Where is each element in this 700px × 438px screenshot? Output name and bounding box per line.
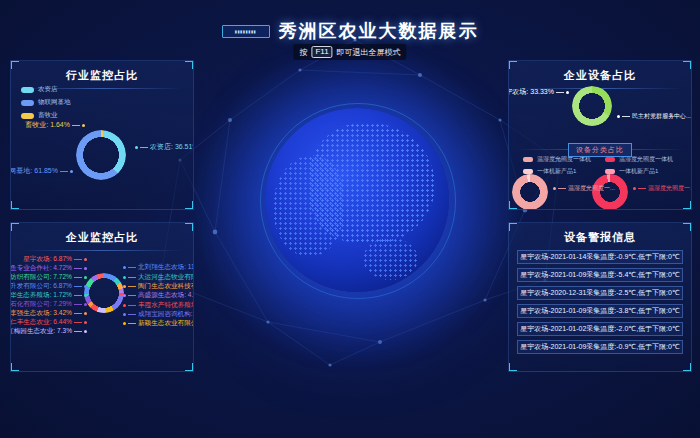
alarm-list-item: 星宇农场-2021-01-09采集温度:-5.4℃,低于下限:0℃	[517, 268, 683, 282]
corner-bracket	[683, 60, 692, 69]
leader-dot	[84, 267, 87, 270]
page-title: 秀洲区农业大数据展示	[279, 19, 479, 43]
leader-dot	[123, 304, 126, 307]
hint-suffix: 即可退出全屏模式	[337, 47, 401, 58]
leader-line	[128, 267, 136, 268]
leader-dot	[70, 170, 73, 173]
chart-callout: 温湿度光照度一...	[633, 184, 692, 192]
callout-text: 星宇农场: 33.33%	[508, 88, 554, 96]
corner-bracket	[683, 363, 692, 372]
leader-dot	[123, 294, 126, 297]
callout-text: 温湿度光照度一...	[648, 184, 692, 192]
legend-item[interactable]: 物联网基地	[21, 98, 71, 107]
legend-swatch	[21, 100, 34, 106]
corner-bracket	[508, 363, 517, 372]
chart-callout: 彩蝶南鱼专业合作社: 4.72%	[10, 264, 87, 272]
leader-dot	[123, 313, 126, 316]
chart-callout: 高盛源生态农场: 4.29%	[123, 291, 194, 299]
corner-bracket	[10, 222, 19, 231]
callout-text: 中石化有限公司: 7.29%	[10, 300, 72, 308]
device-class-donut-right[interactable]	[592, 174, 628, 210]
chart-callout: 星宇农场: 6.87%	[23, 255, 87, 263]
leader-line	[74, 259, 82, 260]
dashboard-root: ▮▮▮▮▮▮▮▮ 秀洲区农业大数据展示 按 F11 即可退出全屏模式 行业监控占…	[0, 0, 700, 438]
leader-dot	[633, 187, 636, 190]
alarm-list-item: 星宇农场-2021-01-14采集温度:-0.9℃,低于下限:0℃	[517, 250, 683, 264]
leader-line	[128, 286, 136, 287]
chart-callout: 丰霞水产特优养殖场: 1...	[123, 301, 194, 309]
leader-line	[74, 331, 82, 332]
globe-map-dots	[363, 238, 418, 280]
chart-callout: 畜牧业: 1.64%	[25, 121, 85, 129]
leader-line	[622, 116, 630, 117]
callout-text: 畜牧业: 1.64%	[25, 121, 70, 129]
panel-device-alarms: 设备警报信息 星宇农场-2021-01-14采集温度:-0.9℃,低于下限:0℃…	[508, 222, 692, 372]
leader-dot	[82, 124, 85, 127]
leader-line	[74, 268, 82, 269]
leader-line	[74, 277, 82, 278]
corner-bracket	[508, 201, 517, 210]
chart-callout: 翔升发有限公司: 6.87%	[10, 282, 87, 290]
enterprise-monitor-donut-chart[interactable]	[84, 273, 124, 313]
leader-dot	[135, 146, 138, 149]
chart-callout: 中石化有限公司: 7.29%	[10, 300, 87, 308]
legend-swatch	[523, 157, 533, 162]
device-class-header: 设备分类占比	[568, 143, 632, 157]
corner-bracket	[683, 222, 692, 231]
callout-text: 温湿度光照度一...	[568, 184, 615, 192]
corner-bracket	[185, 222, 194, 231]
device-ratio-donut-chart[interactable]	[572, 86, 612, 126]
callout-text: 李强生态农场: 3.42%	[10, 309, 72, 317]
legend-label: 农资店	[38, 85, 58, 94]
legend-label: 一体机新产品1	[619, 167, 658, 176]
legend-item[interactable]: 畜牧业	[21, 111, 71, 120]
industry-legend: 农资店 物联网基地 畜牧业	[21, 85, 71, 124]
callout-text: 红梅园生态农业: 7.3%	[10, 327, 72, 335]
leader-line	[558, 188, 566, 189]
leader-dot	[84, 312, 87, 315]
chart-callout: 温湿度光照度一...	[553, 184, 615, 192]
leader-dot	[84, 303, 87, 306]
corner-bracket	[10, 60, 19, 69]
panel-device-ratio: 企业设备占比 星宇农场: 33.33% 民主村党群服务中心... 设备分类占比 …	[508, 60, 692, 210]
leader-dot	[553, 187, 556, 190]
chart-callout: 成翔宝园咨询机构: 15.02%	[123, 310, 194, 318]
chart-callout: 陶门生态农业科技有限公...	[123, 282, 194, 290]
device-class-donut-left[interactable]	[512, 174, 548, 210]
leader-line	[74, 286, 82, 287]
leader-line	[638, 188, 646, 189]
callout-text: 高盛源生态农场: 4.29%	[138, 291, 194, 299]
corner-bracket	[185, 60, 194, 69]
callout-text: 农资店: 36.51%	[150, 143, 194, 151]
legend-item[interactable]: 农资店	[21, 85, 71, 94]
callout-text: 北刘翔生态农场: 11.16%	[138, 263, 194, 271]
legend-swatch	[21, 113, 34, 119]
leader-dot	[123, 285, 126, 288]
chart-callout: 新颖生态农业有限公司: 6.87%	[123, 319, 194, 327]
leader-dot	[84, 285, 87, 288]
panel-enterprise-monitor-ratio: 企业监控占比 星宇农场: 6.87% 彩蝶南鱼专业合作社: 4.72% 家福纺织…	[10, 222, 194, 372]
leader-dot	[84, 330, 87, 333]
alarm-list-item: 星宇农场-2020-12-31采集温度:-2.5℃,低于下限:0℃	[517, 286, 683, 300]
callout-text: 陶门生态农业科技有限公...	[138, 282, 194, 290]
leader-line	[128, 323, 136, 324]
panel-title: 行业监控占比	[11, 68, 193, 83]
hint-prefix: 按	[299, 47, 307, 58]
callout-text: 翔升发有限公司: 6.87%	[10, 282, 72, 290]
alarm-list-item: 星宇农场-2021-01-09采集温度:-3.8℃,低于下限:0℃	[517, 304, 683, 318]
callout-text: 成翔宝园咨询机构: 15.02%	[138, 310, 194, 318]
leader-line	[128, 305, 136, 306]
callout-text: 星宇农场: 6.87%	[23, 255, 72, 263]
callout-text: 丰霞水产特优养殖场: 1...	[138, 301, 194, 309]
panel-title: 企业设备占比	[509, 68, 691, 83]
legend-label: 畜牧业	[38, 111, 58, 120]
globe	[265, 108, 449, 292]
leader-line	[556, 92, 564, 93]
chart-callout: 农资店: 36.51%	[135, 143, 194, 151]
chart-callout: 星宇农场: 33.33%	[508, 88, 569, 96]
leader-line	[128, 277, 136, 278]
industry-donut-chart[interactable]	[76, 130, 126, 180]
leader-line	[74, 322, 82, 323]
panel-divider	[21, 250, 183, 251]
leader-dot	[84, 258, 87, 261]
